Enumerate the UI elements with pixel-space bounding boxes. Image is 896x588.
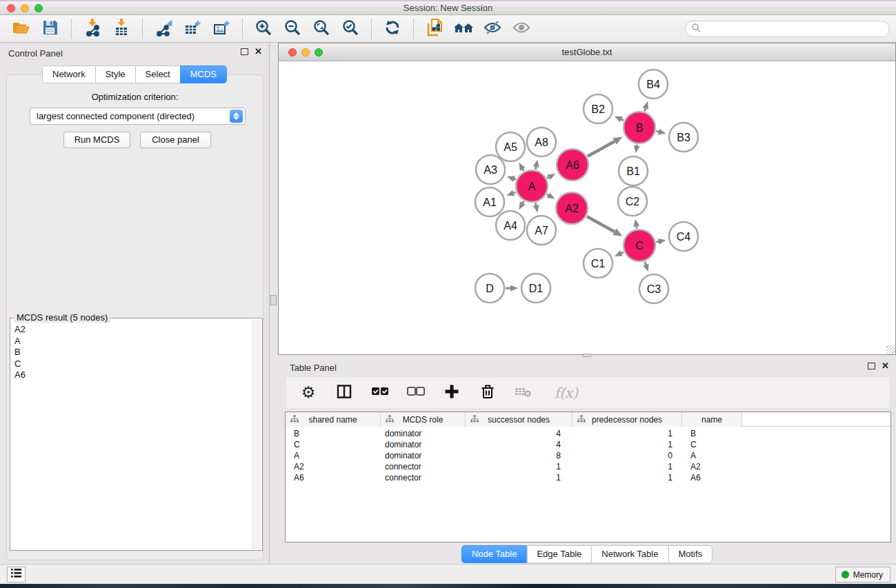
table-row[interactable]: A dominator 8 0 A — [286, 450, 890, 461]
cell-predecessor-nodes[interactable]: 1 — [573, 473, 682, 483]
export-network-button[interactable] — [152, 18, 175, 40]
zoom-selected-button[interactable] — [339, 18, 361, 40]
zoom-fit-button[interactable] — [310, 18, 332, 40]
zoom-out-button[interactable] — [281, 18, 303, 40]
cell-successor-nodes[interactable]: 1 — [466, 462, 573, 472]
function-builder-button[interactable]: f(x) — [550, 384, 583, 402]
result-item[interactable]: B — [14, 347, 26, 358]
column-header-shared-name[interactable]: shared name — [286, 412, 381, 427]
graph-edge-B-B3[interactable] — [656, 131, 658, 132]
result-item[interactable]: A2 — [14, 324, 26, 336]
tab-network-table[interactable]: Network Table — [591, 545, 668, 563]
cell-shared-name[interactable]: A2 — [286, 462, 381, 472]
cell-successor-nodes[interactable]: 8 — [466, 451, 573, 460]
clone-network-button[interactable] — [424, 18, 446, 40]
show-column-button[interactable] — [335, 384, 354, 402]
cell-name[interactable]: B — [682, 429, 742, 438]
close-panel-button[interactable]: Close panel — [140, 132, 211, 148]
result-item[interactable]: A6 — [14, 369, 26, 381]
graph-edge-A-A3[interactable] — [514, 179, 515, 180]
graph-edge-A-A6[interactable] — [547, 177, 548, 178]
unselect-all-button[interactable] — [406, 384, 426, 402]
cell-successor-nodes[interactable]: 4 — [466, 429, 573, 438]
home-button[interactable] — [452, 18, 475, 40]
graph-edge-C-C1[interactable] — [621, 252, 624, 253]
tab-network[interactable]: Network — [42, 65, 96, 83]
network-canvas[interactable]: B4B2BB3A5A8A6B1A3AC2A1A2A4A7C4CC1C3DD1 — [279, 61, 895, 354]
cell-name[interactable]: A6 — [682, 473, 742, 483]
graph-edge-A-A4[interactable] — [523, 201, 524, 203]
cell-shared-name[interactable]: C — [286, 440, 381, 449]
network-graph[interactable]: B4B2BB3A5A8A6B1A3AC2A1A2A4A7C4CC1C3DD1 — [279, 61, 895, 354]
cell-name[interactable]: A — [682, 451, 742, 460]
table-row[interactable]: B dominator 4 1 B — [286, 428, 890, 439]
tab-mcds[interactable]: MCDS — [180, 65, 227, 83]
graph-edge-A-A5[interactable] — [523, 170, 524, 172]
column-header-mcds-role[interactable]: MCDS role — [381, 412, 466, 427]
import-network-button[interactable] — [81, 18, 103, 40]
tab-edge-table[interactable]: Edge Table — [526, 545, 592, 563]
graph-edge-C-C4[interactable] — [656, 241, 658, 242]
table-row[interactable]: A2 connector 1 1 A2 — [286, 461, 890, 472]
result-item[interactable]: C — [14, 358, 26, 370]
run-mcds-button[interactable]: Run MCDS — [63, 132, 130, 148]
graph-edge-A-A8[interactable] — [535, 167, 536, 169]
graph-edge-A-A7[interactable] — [535, 203, 536, 205]
create-column-button[interactable] — [442, 384, 461, 402]
cell-mcds-role[interactable]: dominator — [381, 451, 466, 460]
tab-node-table[interactable]: Node Table — [461, 545, 528, 563]
graph-edge-A-A2[interactable] — [547, 194, 548, 195]
cell-predecessor-nodes[interactable]: 0 — [573, 451, 682, 460]
table-row[interactable]: A6 connector 1 1 A6 — [286, 472, 890, 483]
graph-edge-B-B4[interactable] — [645, 108, 646, 111]
open-file-button[interactable] — [10, 18, 32, 40]
cell-shared-name[interactable]: B — [286, 429, 381, 438]
import-table-button[interactable] — [110, 18, 132, 40]
show-graphics-button[interactable] — [510, 18, 532, 40]
hide-graphics-button[interactable] — [481, 18, 504, 40]
graph-edge-A-A1[interactable] — [514, 192, 516, 193]
zoom-in-button[interactable] — [252, 18, 275, 40]
float-table-panel-icon[interactable] — [868, 363, 875, 369]
search-input[interactable] — [685, 21, 890, 37]
tab-motifs[interactable]: Motifs — [668, 545, 713, 563]
cell-mcds-role[interactable]: connector — [381, 462, 466, 472]
delete-table-button[interactable] — [514, 384, 533, 402]
cell-predecessor-nodes[interactable]: 1 — [573, 429, 682, 438]
graph-edge-A2-C[interactable] — [587, 216, 615, 232]
column-header-predecessor-nodes[interactable]: predecessor nodes — [573, 412, 682, 427]
graph-edge-B-B2[interactable] — [621, 119, 624, 121]
cell-predecessor-nodes[interactable]: 1 — [573, 462, 682, 472]
cell-shared-name[interactable]: A — [286, 451, 381, 460]
refresh-button[interactable] — [381, 18, 404, 40]
cell-predecessor-nodes[interactable]: 1 — [573, 440, 682, 449]
criterion-dropdown[interactable]: largest connected component (directed) — [30, 108, 246, 125]
export-table-button[interactable] — [181, 18, 203, 40]
float-panel-icon[interactable] — [241, 48, 248, 55]
result-scrollbar[interactable] — [252, 319, 261, 549]
graph-edge-A6-B[interactable] — [588, 141, 615, 156]
resize-grip-icon[interactable] — [886, 345, 895, 354]
graph-edge-C-C3[interactable] — [645, 262, 646, 265]
vertical-splitter-handle[interactable] — [270, 295, 277, 305]
column-header-name[interactable]: name — [682, 412, 742, 427]
cell-name[interactable]: C — [682, 440, 742, 449]
network-window-titlebar[interactable]: testGlobe.txt — [279, 43, 895, 61]
table-settings-button[interactable]: ⚙ — [299, 384, 318, 402]
result-item[interactable]: A — [14, 336, 26, 347]
cell-name[interactable]: A2 — [682, 462, 742, 472]
tab-select[interactable]: Select — [135, 65, 181, 83]
cell-mcds-role[interactable]: dominator — [381, 440, 466, 449]
task-history-button[interactable] — [7, 567, 26, 582]
memory-button[interactable]: Memory — [835, 567, 890, 582]
export-image-button[interactable] — [210, 18, 232, 40]
cell-successor-nodes[interactable]: 1 — [466, 473, 573, 483]
delete-column-button[interactable] — [478, 384, 497, 402]
cell-mcds-role[interactable]: connector — [381, 473, 466, 483]
close-panel-icon[interactable]: ✕ — [255, 48, 262, 56]
cell-successor-nodes[interactable]: 4 — [466, 440, 573, 449]
cell-shared-name[interactable]: A6 — [286, 473, 381, 483]
cell-mcds-role[interactable]: dominator — [381, 429, 466, 438]
column-header-successor-nodes[interactable]: successor nodes — [466, 412, 573, 427]
table-row[interactable]: C dominator 4 1 C — [286, 439, 890, 450]
